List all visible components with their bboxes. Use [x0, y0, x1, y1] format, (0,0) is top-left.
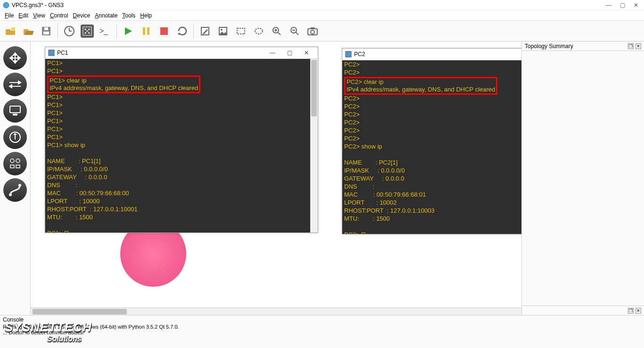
start-all-icon[interactable]	[122, 25, 135, 38]
svg-rect-4	[44, 27, 48, 30]
menu-tools[interactable]: Tools	[120, 11, 137, 20]
svg-rect-34	[311, 27, 314, 29]
terminal-titlebar[interactable]: PC1 — ▢ ✕	[45, 47, 318, 59]
topology-canvas[interactable]: 192 PC1 — ▢ ✕ PC1> PC1> PC1> clear ip IP…	[31, 41, 521, 307]
svg-rect-54	[16, 165, 20, 168]
svg-rect-47	[13, 114, 17, 116]
svg-line-27	[278, 33, 281, 35]
svg-line-31	[296, 33, 298, 35]
canvas-scrollbar-h[interactable]	[31, 307, 521, 315]
svg-marker-37	[18, 56, 20, 60]
annotate-image-icon[interactable]	[216, 25, 230, 38]
zoom-in-icon[interactable]	[270, 25, 283, 38]
svg-marker-49	[13, 133, 17, 135]
highlighted-command: PC2> clear ip IPv4 address/mask, gateway…	[344, 77, 497, 95]
panel-close-icon[interactable]: ✕	[636, 308, 641, 314]
terminal-close-icon[interactable]: ✕	[298, 50, 315, 56]
svg-rect-18	[147, 27, 149, 35]
terminal-output[interactable]: PC1> PC1> PC1> clear ip IPv4 address/mas…	[45, 59, 318, 232]
menu-device[interactable]: Device	[71, 11, 92, 20]
cursor-icon	[65, 231, 68, 232]
svg-marker-38	[10, 56, 12, 60]
terminal-window-pc2[interactable]: PC2 — ▢ ✕ PC2> PC2> PC2> clear ip IPv4 a…	[342, 48, 521, 234]
reload-all-icon[interactable]	[175, 25, 189, 38]
annotate-note-icon[interactable]	[198, 25, 212, 38]
console-line: ... Doctor to detect common issues.	[3, 330, 641, 335]
terminal-title: PC2	[354, 51, 521, 58]
all-devices-icon[interactable]	[3, 152, 27, 175]
add-link-icon[interactable]	[3, 178, 27, 202]
svg-rect-57	[49, 50, 54, 56]
menu-edit[interactable]: Edit	[17, 11, 30, 20]
right-panel: Topology Summary ❐ ✕ ❐ ✕	[521, 41, 644, 315]
topology-summary-body	[522, 51, 644, 306]
security-icon[interactable]	[3, 125, 27, 149]
svg-point-52	[16, 159, 20, 163]
app-icon	[3, 2, 9, 8]
svg-rect-1	[11, 27, 15, 30]
stop-all-icon[interactable]	[157, 25, 171, 38]
annotate-rect-icon[interactable]	[234, 25, 248, 38]
app-titlebar: VPCS.gns3* - GNS3 — ▢ ✕	[0, 0, 644, 10]
open-project-icon[interactable]	[22, 25, 35, 38]
snapshot-icon[interactable]	[63, 25, 76, 38]
console-line: Running GNS3 version 1.5.3 on Windows (6…	[3, 324, 641, 330]
window-maximize-icon[interactable]: ▢	[620, 2, 625, 8]
menu-view[interactable]: View	[31, 11, 47, 20]
save-project-icon[interactable]	[40, 25, 53, 38]
terminal-output[interactable]: PC2> PC2> PC2> clear ip IPv4 address/mas…	[342, 60, 521, 234]
svg-marker-43	[18, 81, 21, 84]
terminal-title: PC1	[57, 50, 264, 56]
terminal-minimize-icon[interactable]: —	[264, 50, 281, 56]
zoom-out-icon[interactable]	[288, 25, 301, 38]
app-title: VPCS.gns3* - GNS3	[12, 2, 606, 8]
cursor-icon	[362, 232, 365, 234]
screenshot-icon[interactable]	[306, 25, 319, 38]
svg-rect-46	[10, 106, 20, 113]
window-minimize-icon[interactable]: —	[606, 2, 611, 8]
svg-marker-41	[13, 61, 17, 63]
menu-annotate[interactable]: Annotate	[93, 11, 119, 20]
svg-point-23	[221, 29, 223, 31]
svg-point-56	[18, 184, 21, 187]
highlighted-command: PC1> clear ip IPv4 address/mask, gateway…	[47, 75, 200, 93]
menu-file[interactable]: File	[3, 11, 16, 20]
end-devices-icon[interactable]	[3, 99, 27, 123]
menu-help[interactable]: Help	[138, 11, 154, 20]
panel-undock-icon[interactable]: ❐	[628, 308, 634, 314]
svg-marker-16	[125, 27, 132, 35]
console-icon[interactable]: >_	[99, 25, 112, 38]
new-project-icon[interactable]	[4, 25, 17, 38]
routers-icon[interactable]	[3, 46, 27, 70]
show-labels-icon[interactable]	[81, 25, 94, 38]
switches-icon[interactable]	[3, 73, 27, 96]
toolbar: >_	[0, 21, 644, 41]
terminal-titlebar[interactable]: PC2 — ▢ ✕	[342, 49, 521, 60]
pause-all-icon[interactable]	[140, 25, 153, 38]
svg-rect-3	[43, 32, 49, 34]
panel-undock-icon[interactable]: ❐	[628, 43, 634, 49]
svg-text:>_: >_	[99, 27, 108, 35]
terminal-maximize-icon[interactable]: ▢	[281, 50, 298, 56]
svg-point-51	[10, 159, 14, 163]
device-toolbar	[0, 41, 31, 315]
svg-point-0	[3, 2, 9, 8]
svg-rect-19	[160, 27, 168, 35]
panel-title: Topology Summary	[525, 43, 573, 50]
window-close-icon[interactable]: ✕	[634, 2, 638, 8]
menu-control[interactable]: Control	[48, 11, 70, 20]
svg-rect-53	[10, 165, 14, 168]
terminal-window-pc1[interactable]: PC1 — ▢ ✕ PC1> PC1> PC1> clear ip IPv4 a…	[45, 47, 318, 233]
svg-point-25	[255, 28, 263, 34]
svg-marker-40	[13, 53, 17, 55]
menubar: File Edit View Control Device Annotate T…	[0, 10, 644, 21]
annotate-ellipse-icon[interactable]	[252, 25, 265, 38]
svg-point-55	[9, 193, 12, 196]
svg-point-35	[311, 30, 314, 34]
svg-rect-24	[237, 28, 245, 34]
terminal-scrollbar[interactable]	[310, 59, 318, 232]
panel-close-icon[interactable]: ✕	[636, 43, 641, 49]
console-panel: Console Running GNS3 version 1.5.3 on Wi…	[0, 315, 644, 348]
svg-marker-45	[9, 85, 12, 88]
svg-rect-17	[143, 27, 145, 35]
